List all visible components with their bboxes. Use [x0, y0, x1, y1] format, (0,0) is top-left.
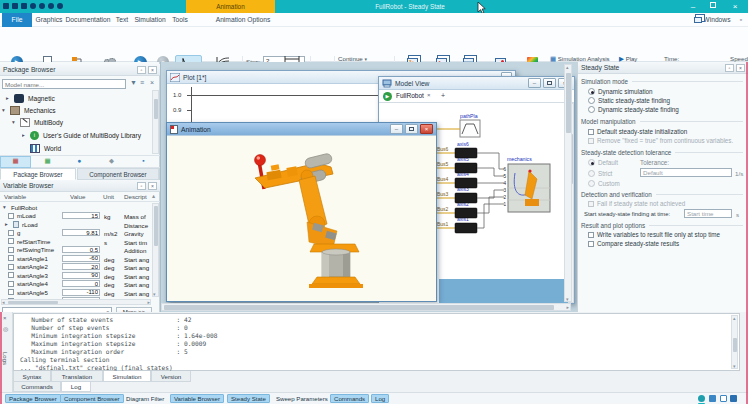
value-input[interactable] — [62, 280, 100, 287]
radio-tolerance-strict[interactable]: Strict — [588, 170, 612, 177]
menu-tab-animation-options[interactable]: Animation Options — [214, 13, 272, 27]
maximize-button[interactable] — [706, 0, 720, 13]
validate-icon[interactable]: ▶ — [383, 92, 392, 101]
collapse-icon[interactable]: ▾ — [12, 119, 20, 125]
status-window-icon[interactable] — [720, 395, 727, 402]
plot-checkbox[interactable] — [8, 264, 14, 270]
float-panel-icon[interactable]: ▫ — [137, 66, 146, 74]
plot-checkbox[interactable] — [8, 230, 14, 236]
menu-tab-tools[interactable]: Tools — [168, 13, 192, 27]
col-variable[interactable]: Variable — [4, 193, 26, 200]
windows-menu[interactable]: Windows ▾ — [692, 13, 732, 27]
variable-row[interactable]: startAngle1 — [0, 254, 48, 262]
check-compare-results[interactable]: Compare steady-state results — [588, 240, 679, 247]
contextual-tab-animation[interactable]: Animation — [186, 0, 275, 13]
menu-tab-file[interactable]: File — [2, 13, 32, 27]
menu-tab-text[interactable]: Text — [112, 13, 132, 27]
statusbar-sweep-parameters[interactable]: Sweep Parameters — [272, 394, 332, 403]
model-search-input[interactable] — [2, 79, 126, 89]
view-tree-button[interactable]: ▦ — [0, 156, 31, 168]
view-class-button[interactable]: ● — [64, 157, 95, 164]
minimize-icon[interactable]: – — [528, 78, 541, 88]
view-square-button[interactable]: ▪ — [128, 157, 159, 164]
scroll-up-icon[interactable]: ▴ — [152, 192, 155, 199]
menu-tab-graphics[interactable]: Graphics — [34, 13, 64, 27]
check-remove-fixed[interactable]: Remove "fixed = true" from continuous va… — [588, 137, 733, 144]
model-view-titlebar[interactable]: Model View – × — [379, 77, 574, 90]
statusbar-commands[interactable]: Commands — [330, 394, 369, 403]
variable-row[interactable]: startAngle5 — [0, 288, 48, 296]
radio-tolerance-default[interactable]: Default — [588, 159, 618, 166]
value-input[interactable] — [62, 255, 100, 262]
collapse-icon[interactable]: ▾ — [3, 204, 11, 210]
check-fail-if-not-achieved[interactable]: Fail if steady state not achieved — [588, 200, 685, 207]
dock-tab-log[interactable]: Log — [61, 382, 91, 392]
close-panel-icon[interactable]: × — [148, 182, 157, 190]
animation-canvas[interactable] — [167, 136, 436, 301]
value-input[interactable] — [62, 263, 100, 270]
log-tab-version[interactable]: Version — [151, 371, 191, 382]
radio-static-steady-state[interactable]: Static steady-state finding — [588, 97, 670, 104]
status-dot-icon[interactable] — [698, 395, 705, 402]
variable-row[interactable]: mLoad — [0, 212, 36, 220]
package-tree-scrollbar[interactable] — [152, 90, 159, 154]
expand-icon[interactable]: ▸ — [6, 95, 14, 101]
statusbar-diagram-filter[interactable]: Diagram Filter — [122, 394, 168, 403]
plot-checkbox[interactable] — [8, 238, 14, 244]
tolerance-input[interactable] — [640, 168, 732, 177]
variable-row[interactable]: refStartTime — [0, 237, 50, 245]
statusbar-variable-browser[interactable]: Variable Browser — [170, 394, 224, 403]
variable-row[interactable]: g — [0, 229, 20, 237]
col-description[interactable]: Descript — [124, 193, 147, 200]
pin-pane-icon[interactable]: ◎ — [3, 325, 8, 332]
statusbar-steady-state[interactable]: Steady State — [227, 394, 270, 403]
statusbar-log[interactable]: Log — [371, 394, 389, 403]
mdi-vscrollbar[interactable]: ▴ ▾ — [564, 64, 572, 302]
radio-dynamic-steady-state[interactable]: Dynamic steady-state finding — [588, 106, 679, 113]
axis-block[interactable] — [455, 208, 477, 218]
close-panel-icon[interactable]: × — [148, 66, 157, 74]
variable-scrollbar[interactable]: ▾ — [152, 203, 159, 297]
clear-search-icon[interactable]: × — [150, 79, 154, 86]
mdi-hscrollbar[interactable]: ▸ — [161, 303, 571, 311]
variable-row[interactable]: ▸ rLoad — [0, 220, 38, 228]
view-grid-button[interactable]: ▦ — [32, 157, 63, 165]
maximize-icon[interactable] — [405, 124, 418, 134]
axis-block[interactable] — [455, 223, 477, 233]
play-icon[interactable] — [48, 3, 54, 9]
check-write-at-stop-time[interactable]: Write variables to result file only at s… — [588, 231, 720, 238]
menu-tab-simulation[interactable]: Simulation — [132, 13, 168, 27]
radio-dynamic-simulation[interactable]: Dynamic simulation — [588, 88, 653, 95]
log-scrollbar[interactable]: ▴ ▾ — [731, 315, 738, 369]
plot-checkbox[interactable] — [8, 213, 14, 219]
path-planning-block[interactable] — [460, 120, 480, 137]
axis-block[interactable] — [455, 148, 477, 158]
variable-row[interactable]: refSwingTime — [0, 246, 54, 254]
close-pane-icon[interactable]: × — [3, 315, 7, 321]
record-icon[interactable] — [57, 3, 63, 9]
close-icon[interactable]: × — [420, 124, 433, 134]
open-icon[interactable] — [12, 3, 18, 9]
new-icon[interactable] — [3, 3, 9, 9]
expand-icon[interactable]: ▸ — [22, 132, 30, 138]
close-button[interactable]: × — [728, 0, 742, 13]
value-input[interactable] — [62, 289, 100, 296]
new-tab-button[interactable]: + — [441, 92, 445, 99]
value-input[interactable] — [62, 229, 100, 236]
axis-block[interactable] — [455, 193, 477, 203]
plot-checkbox[interactable] — [8, 281, 14, 287]
menu-tab-documentation[interactable]: Documentation — [64, 13, 112, 27]
animation-window-titlebar[interactable]: Animation – × — [167, 123, 436, 136]
log-tab-simulation[interactable]: Simulation — [103, 371, 151, 382]
plot-checkbox[interactable] — [8, 272, 14, 278]
variable-row[interactable]: startAngle4 — [0, 280, 48, 288]
axis-block[interactable] — [455, 178, 477, 188]
variable-hscrollbar[interactable]: ◂ ▸ — [1, 299, 151, 305]
axis-block[interactable] — [455, 163, 477, 173]
minimize-icon[interactable]: – — [390, 124, 403, 134]
animation-window[interactable]: Animation – × — [166, 122, 437, 302]
statusbar-package-browser[interactable]: Package Browser — [5, 394, 61, 403]
log-tab-syntax[interactable]: Syntax — [13, 371, 51, 382]
tab-package-browser[interactable]: Package Browser — [0, 168, 76, 180]
ribbon-collapse-button[interactable]: ▫ — [736, 13, 746, 27]
